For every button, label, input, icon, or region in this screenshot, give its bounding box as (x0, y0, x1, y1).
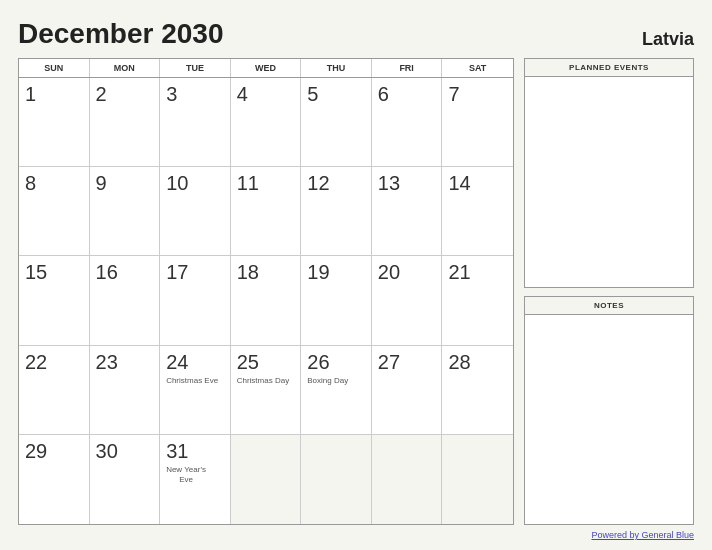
day-cell-15: 15 (19, 256, 90, 345)
day-header-wed: WED (231, 59, 302, 77)
day-cell-28: 28 (442, 346, 513, 435)
day-header-sun: SUN (19, 59, 90, 77)
planned-events-content (525, 77, 693, 287)
powered-by-link[interactable]: Powered by General Blue (591, 530, 694, 540)
day-cell-20: 20 (372, 256, 443, 345)
day-cell-13: 13 (372, 167, 443, 256)
day-cell-31: 31New Year'sEve (160, 435, 231, 524)
day-cell-6: 6 (372, 78, 443, 167)
footer: Powered by General Blue (18, 525, 694, 540)
calendar-section: SUN MON TUE WED THU FRI SAT 1 2 3 4 5 6 … (18, 58, 514, 525)
day-cell-8: 8 (19, 167, 90, 256)
day-cell-10: 10 (160, 167, 231, 256)
day-cell-empty-3 (372, 435, 443, 524)
day-cell-empty-1 (231, 435, 302, 524)
day-cell-2: 2 (90, 78, 161, 167)
day-header-mon: MON (90, 59, 161, 77)
header-row: December 2030 Latvia (18, 18, 694, 50)
country-label: Latvia (642, 29, 694, 50)
day-cell-empty-4 (442, 435, 513, 524)
day-cell-9: 9 (90, 167, 161, 256)
day-cell-14: 14 (442, 167, 513, 256)
day-cell-22: 22 (19, 346, 90, 435)
day-header-thu: THU (301, 59, 372, 77)
day-cell-19: 19 (301, 256, 372, 345)
day-cell-30: 30 (90, 435, 161, 524)
day-cell-23: 23 (90, 346, 161, 435)
day-cell-4: 4 (231, 78, 302, 167)
day-cell-16: 16 (90, 256, 161, 345)
day-cell-29: 29 (19, 435, 90, 524)
day-cell-11: 11 (231, 167, 302, 256)
day-cell-7: 7 (442, 78, 513, 167)
day-cell-5: 5 (301, 78, 372, 167)
day-cell-12: 12 (301, 167, 372, 256)
day-cell-26: 26Boxing Day (301, 346, 372, 435)
planned-events-title: PLANNED EVENTS (525, 59, 693, 77)
calendar-grid: 1 2 3 4 5 6 7 8 9 10 11 12 13 14 15 16 1… (19, 78, 513, 524)
day-header-sat: SAT (442, 59, 513, 77)
sidebar: PLANNED EVENTS NOTES (524, 58, 694, 525)
notes-content (525, 315, 693, 525)
day-cell-18: 18 (231, 256, 302, 345)
main-area: SUN MON TUE WED THU FRI SAT 1 2 3 4 5 6 … (18, 58, 694, 525)
page: December 2030 Latvia SUN MON TUE WED THU… (0, 0, 712, 550)
notes-box: NOTES (524, 296, 694, 526)
month-title: December 2030 (18, 18, 223, 50)
day-cell-3: 3 (160, 78, 231, 167)
day-cell-24: 24Christmas Eve (160, 346, 231, 435)
day-header-tue: TUE (160, 59, 231, 77)
day-cell-17: 17 (160, 256, 231, 345)
day-header-fri: FRI (372, 59, 443, 77)
day-cell-empty-2 (301, 435, 372, 524)
day-cell-21: 21 (442, 256, 513, 345)
day-cell-1: 1 (19, 78, 90, 167)
notes-title: NOTES (525, 297, 693, 315)
day-cell-25: 25Christmas Day (231, 346, 302, 435)
day-cell-27: 27 (372, 346, 443, 435)
planned-events-box: PLANNED EVENTS (524, 58, 694, 288)
day-headers: SUN MON TUE WED THU FRI SAT (19, 59, 513, 78)
